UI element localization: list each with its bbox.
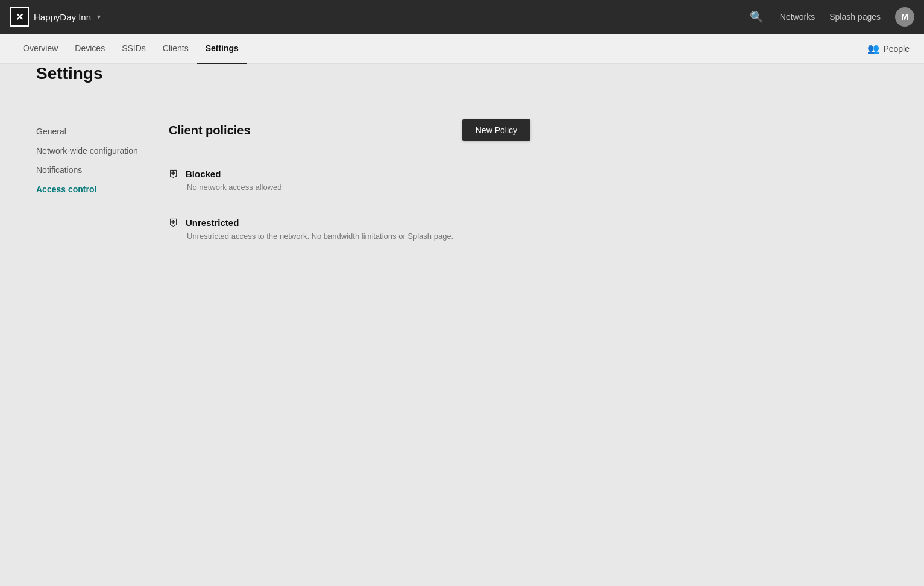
sidebar-item-access-control[interactable]: Access control — [36, 180, 169, 199]
user-avatar[interactable]: M — [895, 7, 914, 27]
policy-name-row-unrestricted: ⛨ Unrestricted — [169, 216, 530, 229]
client-policies-title: Client policies — [169, 124, 251, 137]
policy-name-row: ⛨ Blocked — [169, 168, 530, 180]
secondary-nav: Overview Devices SSIDs Clients Settings … — [0, 34, 924, 64]
tab-settings[interactable]: Settings — [197, 34, 247, 64]
app-logo: ✕ — [10, 7, 29, 27]
shield-icon-unrestricted: ⛨ — [169, 216, 180, 229]
policy-name-unrestricted: Unrestricted — [186, 218, 239, 228]
sidebar-item-network-wide[interactable]: Network-wide configuration — [36, 141, 169, 160]
splash-pages-link[interactable]: Splash pages — [829, 12, 881, 22]
client-policies-header: Client policies New Policy — [169, 119, 530, 141]
logo-area[interactable]: ✕ HappyDay Inn ▾ — [10, 7, 101, 27]
tab-clients[interactable]: Clients — [154, 34, 197, 64]
shield-icon: ⛨ — [169, 168, 180, 180]
sidebar-item-notifications[interactable]: Notifications — [36, 160, 169, 180]
chevron-down-icon: ▾ — [97, 13, 101, 21]
settings-sidebar: General Network-wide configuration Notif… — [36, 119, 169, 566]
page-title: Settings — [36, 64, 888, 83]
policy-item-unrestricted[interactable]: ⛨ Unrestricted Unrestricted access to th… — [169, 204, 530, 253]
networks-link[interactable]: Networks — [780, 12, 815, 22]
policy-item-blocked[interactable]: ⛨ Blocked No network access allowed — [169, 156, 530, 204]
search-button[interactable]: 🔍 — [747, 8, 765, 26]
content-area: Client policies New Policy ⛨ Blocked No … — [169, 119, 530, 566]
org-name: HappyDay Inn — [34, 12, 91, 22]
top-bar: ✕ HappyDay Inn ▾ 🔍 Networks Splash pages… — [0, 0, 924, 34]
add-person-icon: 👥 — [867, 43, 879, 54]
sidebar-item-general[interactable]: General — [36, 122, 169, 141]
policy-description: No network access allowed — [169, 183, 530, 192]
main-content: General Network-wide configuration Notif… — [0, 95, 924, 586]
new-policy-button[interactable]: New Policy — [462, 119, 530, 141]
tab-ssids[interactable]: SSIDs — [113, 34, 154, 64]
people-button[interactable]: 👥 People — [867, 43, 910, 54]
tab-devices[interactable]: Devices — [66, 34, 113, 64]
page-header: Settings — [0, 64, 924, 95]
policy-description-unrestricted: Unrestricted access to the network. No b… — [169, 232, 530, 241]
top-bar-right: 🔍 Networks Splash pages M — [747, 7, 914, 27]
tab-overview[interactable]: Overview — [14, 34, 66, 64]
policy-name: Blocked — [186, 169, 221, 179]
